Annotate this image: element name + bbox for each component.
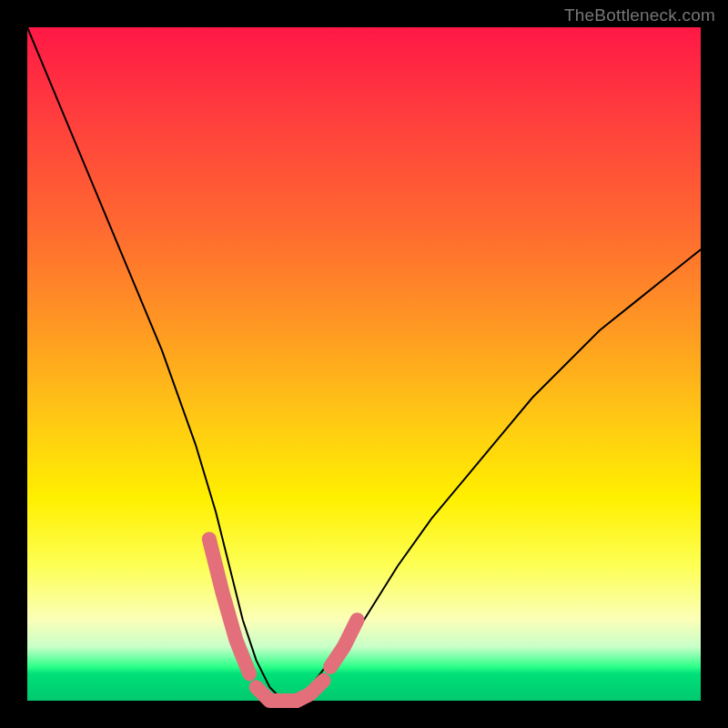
watermark-label: TheBottleneck.com [564,5,715,25]
curve-svg [27,27,701,701]
highlight-segment [257,681,324,701]
highlight-segment [209,539,249,673]
highlight-markers [209,539,358,701]
bottleneck-curve [27,27,701,701]
highlight-segment [330,620,358,667]
chart-frame: TheBottleneck.com [0,0,728,728]
plot-area [27,27,701,701]
